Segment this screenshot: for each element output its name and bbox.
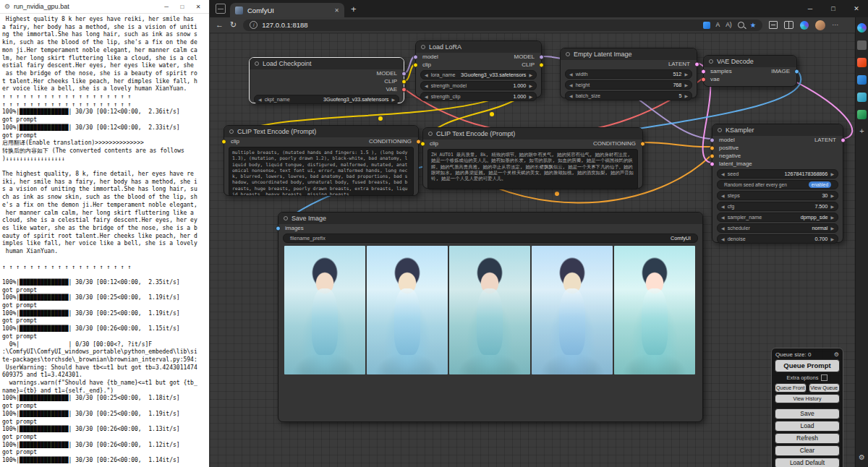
node-clip-text-encode-positive[interactable]: CLIP Text Encode (Prompt) clip CONDITION… [422,127,643,189]
node-title[interactable]: Load LoRA [416,41,541,53]
widget-denoise[interactable]: denoise0.700 [717,234,838,244]
view-queue-button[interactable]: View Queue [809,383,841,393]
output-slot-latent[interactable]: LATENT [814,137,843,143]
collapse-dot-icon[interactable] [718,128,722,132]
generated-image-4[interactable] [532,246,613,374]
profile-avatar[interactable] [815,20,825,30]
widget-sampler-name[interactable]: sampler_namedpmpp_sde [717,213,838,222]
collapse-dot-icon[interactable] [284,216,288,220]
queue-prompt-button[interactable]: Queue Prompt [775,359,840,372]
collapse-dot-icon[interactable] [709,59,713,64]
latent-slot-dot[interactable] [710,161,715,166]
clip-slot-dot[interactable] [401,79,407,84]
output-slot-model[interactable]: MODEL [377,70,404,77]
widget-steps[interactable]: steps30 [717,191,838,200]
tab-actions-icon[interactable] [216,4,226,14]
load-workflow-button[interactable]: Load [775,421,840,432]
input-slot-positive[interactable]: positive [712,145,739,151]
copilot-icon[interactable] [800,21,809,30]
output-slot-conditioning[interactable]: CONDITIONING [369,138,418,145]
zoom-icon[interactable] [738,22,744,28]
browser-minimize-button[interactable]: ─ [799,0,822,17]
image-slot-dot[interactable] [794,69,799,74]
positive-prompt-textarea[interactable]: ZH_AUTO1 最高质量, 8k, 精致的细节。她的眼中有灵气, 她的笑容有仙… [427,149,638,189]
back-icon[interactable]: ← [216,21,224,29]
clip-slot-dot[interactable] [221,139,226,144]
vae-slot-dot[interactable] [701,77,706,82]
vae-slot-dot[interactable] [401,87,407,92]
outlook-icon[interactable] [857,75,867,85]
input-slot-clip[interactable]: clip [423,140,438,147]
input-slot-clip[interactable]: clip [224,138,239,145]
more-menu-icon[interactable]: ⋯ [832,22,838,28]
node-clip-text-encode-negative[interactable]: CLIP Text Encode (Prompt) clip CONDITION… [224,125,419,196]
widget-strength-model[interactable]: strength_model1.000 [420,81,537,90]
comfyui-canvas[interactable]: Load Checkpoint MODEL CLIP VAE ckpt_name… [210,33,855,467]
clear-button[interactable]: Clear [775,445,840,456]
collections-icon[interactable] [769,21,778,29]
generated-image-5[interactable] [614,246,695,374]
output-slot-conditioning[interactable]: CONDITIONING [593,140,642,147]
site-info-icon[interactable]: i [250,21,258,29]
model-slot-dot[interactable] [401,71,407,76]
node-title[interactable]: VAE Decode [704,56,796,67]
node-title[interactable]: Empty Latent Image [561,48,697,60]
view-history-button[interactable]: View History [775,394,840,403]
node-vae-decode[interactable]: VAE Decode samples IMAGE vae [703,55,797,87]
clip-slot-dot[interactable] [420,141,425,146]
split-screen-icon[interactable] [784,21,793,29]
widget-seed-control[interactable]: Random seed after every genenabled [717,180,838,189]
node-title[interactable]: Load Checkpoint [250,58,404,69]
node-title[interactable]: CLIP Text Encode (Prompt) [224,126,418,137]
search-sidebar-icon[interactable] [857,40,867,50]
queue-front-button[interactable]: Queue Front [775,383,807,393]
conditioning-slot-dot[interactable] [640,141,645,146]
extra-options-checkbox[interactable] [821,374,827,381]
negative-prompt-textarea[interactable]: multiple breasts, (mutated hands and fin… [229,147,414,196]
favorites-star-icon[interactable]: ★ [750,21,757,29]
copilot-sidebar-icon[interactable] [857,23,867,33]
refresh-button[interactable]: Refresh [775,433,840,444]
console-minimize-button[interactable]: ─ [158,4,174,10]
widget-ckpt-name[interactable]: ckpt_name3Guofeng3_v33.safetensors [254,95,399,104]
generated-image-3[interactable] [449,246,530,374]
widget-lora-name[interactable]: lora_name3Guofeng3_v33.safetensors [420,70,537,80]
browser-close-button[interactable]: ✕ [845,0,868,17]
output-slot-model[interactable]: MODEL [514,53,541,60]
designer-icon[interactable] [857,110,867,119]
conditioning-slot-dot[interactable] [710,153,715,158]
clip-slot-dot[interactable] [539,62,544,67]
input-slot-vae[interactable]: vae [704,76,720,82]
microsoft365-icon[interactable] [857,58,867,67]
collapse-dot-icon[interactable] [229,129,234,134]
node-load-lora[interactable]: Load LoRA model MODEL clip CLIP lora_nam… [415,40,542,98]
model-slot-dot[interactable] [710,137,715,142]
refresh-icon[interactable]: ↻ [230,21,237,29]
generated-image-2[interactable] [367,246,448,374]
input-slot-samples[interactable]: samples [704,68,732,74]
node-save-image[interactable]: Save Image images filename_prefixComfyUI [278,212,703,422]
node-ksampler[interactable]: KSampler model LATENT positive negative … [712,124,843,243]
input-slot-negative[interactable]: negative [712,153,741,159]
browser-maximize-button[interactable]: □ [822,0,845,17]
font-size-icon[interactable]: A [716,22,720,28]
widget-filename-prefix[interactable]: filename_prefixComfyUI [283,234,698,243]
conditioning-slot-dot[interactable] [710,145,715,150]
node-title[interactable]: CLIP Text Encode (Prompt) [423,128,642,140]
samples-slot-dot[interactable] [701,69,706,74]
widget-strength-clip[interactable]: strength_clip1.000 [420,92,537,101]
collapse-dot-icon[interactable] [566,52,570,56]
collapse-dot-icon[interactable] [428,132,433,136]
model-slot-dot[interactable] [539,54,544,59]
image-slot-dot[interactable] [276,226,281,231]
new-tab-button[interactable]: + [351,4,357,14]
sidebar-settings-gear-icon[interactable]: ⚙ [859,454,865,461]
widget-seed[interactable]: seed126784178368866 [717,169,838,179]
input-slot-images[interactable]: images [278,225,304,231]
collapse-dot-icon[interactable] [255,61,259,66]
teams-icon[interactable] [857,93,867,102]
address-bar[interactable]: i 127.0.0.1:8188 A A) ★ [243,20,762,31]
browser-essentials-icon[interactable] [703,22,710,29]
node-title[interactable]: Save Image [278,213,702,224]
widget-scheduler[interactable]: schedulernormal [717,223,838,233]
